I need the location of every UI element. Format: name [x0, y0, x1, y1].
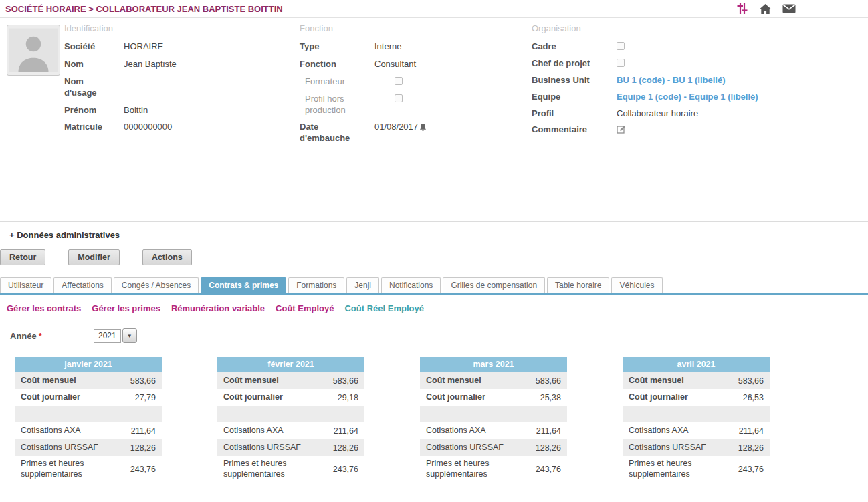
field-row: Business Unit BU 1 (code) - BU 1 (libell… [532, 75, 846, 86]
month-header: février 2021 [217, 357, 364, 372]
month-card-fevrier-2021: février 2021Coût mensuel583,66Coût journ… [217, 357, 364, 482]
donnees-administratives-toggle[interactable]: + Données administratives [0, 221, 868, 240]
field-label: Prénom [64, 105, 107, 116]
month-row-label: Coût mensuel [426, 376, 481, 386]
month-row-value: 211,64 [739, 426, 764, 436]
month-card-janvier-2021: janvier 2021Coût mensuel583,66Coût journ… [15, 357, 162, 482]
month-row-label: Coût journalier [426, 392, 485, 403]
breadcrumb: SOCIÉTÉ HORAIRE > COLLABORATEUR JEAN BAP… [5, 4, 283, 14]
identification-section: Identification SociétéHORAIRENomJean Bap… [64, 23, 292, 139]
year-select[interactable]: 2021 ▼ [94, 328, 137, 343]
field-row: Matricule0000000000 [64, 122, 292, 133]
profil-value: Collaborateur horaire [617, 108, 698, 120]
tab-table-horaire[interactable]: Table horaire [547, 277, 609, 293]
field-value: Boittin [124, 105, 148, 116]
month-row-label: Primes et heures supplémentaires [223, 459, 324, 479]
tab-conges-absences[interactable]: Congés / Absences [114, 277, 199, 293]
month-row-value: 26,53 [743, 393, 764, 402]
subnav-cout-reel-employe[interactable]: Coût Réel Employé [344, 303, 423, 313]
tab-formations[interactable]: Formations [288, 277, 344, 293]
person-silhouette-icon [9, 27, 58, 73]
month-row-label: Coût mensuel [223, 376, 279, 386]
month-row-value: 128,26 [333, 443, 358, 453]
cadre-checkbox[interactable] [617, 42, 625, 50]
field-row: Type Interne [300, 41, 524, 53]
fonction-label: Fonction [300, 59, 369, 70]
month-row: Cotisations URSSAF128,26 [217, 439, 364, 456]
field-label: Société [64, 41, 107, 53]
field-label: Nom [64, 59, 107, 70]
month-row: Primes et heures supplémentaires243,76 [15, 456, 162, 482]
month-row-value: 243,76 [536, 465, 561, 474]
month-row-value: 25,38 [540, 393, 561, 402]
avatar [7, 25, 60, 76]
field-row: Commentaire [532, 124, 846, 136]
retour-button[interactable]: Retour [0, 249, 45, 265]
field-row: Cadre [532, 41, 846, 53]
month-row: Cotisations AXA211,64 [15, 422, 162, 439]
formateur-checkbox[interactable] [395, 77, 403, 85]
month-row-label: Cotisations AXA [223, 426, 284, 436]
month-row [15, 406, 162, 422]
field-row: Formateur [300, 76, 524, 88]
section-title-identification: Identification [64, 23, 292, 33]
month-row: Primes et heures supplémentaires243,76 [623, 456, 770, 482]
month-row-value: 583,66 [738, 376, 764, 386]
profil-hors-production-checkbox[interactable] [395, 94, 403, 102]
field-label: Matricule [64, 122, 107, 133]
business-unit-link[interactable]: BU 1 (code) - BU 1 (libellé) [617, 75, 726, 86]
modifier-button[interactable]: Modifier [68, 249, 120, 265]
section-title-organisation: Organisation [532, 23, 846, 33]
month-row-value: 243,76 [130, 465, 156, 474]
field-row: Chef de projet [532, 58, 846, 70]
tab-affectations[interactable]: Affectations [53, 277, 111, 293]
month-row-label: Coût journalier [629, 392, 688, 403]
compare-filter-icon[interactable] [736, 3, 748, 15]
field-value: Jean Baptiste [124, 59, 177, 70]
tab-contrats-primes[interactable]: Contrats & primes [201, 277, 286, 293]
month-row: Cotisations URSSAF128,26 [420, 439, 567, 456]
month-row-label: Cotisations URSSAF [426, 443, 504, 453]
month-row-value: 211,64 [536, 426, 561, 436]
month-row-label: Coût mensuel [21, 376, 76, 386]
tab-vehicules[interactable]: Véhicules [611, 277, 662, 293]
month-row-value: 211,64 [334, 426, 358, 436]
month-row: Coût mensuel583,66 [217, 372, 364, 389]
tab-jenji[interactable]: Jenji [346, 277, 379, 293]
month-row: Coût journalier29,18 [217, 389, 364, 406]
home-icon[interactable] [759, 3, 772, 15]
bell-icon[interactable] [419, 123, 427, 132]
month-row-value: 243,76 [333, 465, 358, 474]
mail-icon[interactable] [782, 4, 796, 13]
tab-notifications[interactable]: Notifications [381, 277, 441, 293]
field-value: 0000000000 [124, 122, 172, 133]
month-row-label: Cotisations URSSAF [223, 443, 301, 453]
field-row: NomJean Baptiste [64, 59, 292, 70]
fonction-value: Consultant [374, 59, 416, 70]
chef-de-projet-checkbox[interactable] [617, 59, 625, 67]
month-row [420, 406, 567, 422]
equipe-link[interactable]: Equipe 1 (code) - Equipe 1 (libellé) [617, 92, 758, 103]
field-row: Nom d'usage [64, 76, 292, 99]
tab-grilles-de-compensation[interactable]: Grilles de compensation [443, 277, 545, 293]
month-row: Cotisations AXA211,64 [420, 422, 567, 439]
tab-utilisateur[interactable]: Utilisateur [0, 277, 51, 293]
subnav-remuneration-variable[interactable]: Rémunération variable [171, 303, 265, 313]
month-row-value: 128,26 [536, 443, 561, 453]
month-row-label: Primes et heures supplémentaires [426, 459, 526, 479]
field-row: Fonction Consultant [300, 59, 524, 70]
actions-button[interactable]: Actions [142, 249, 192, 265]
required-marker: * [39, 331, 42, 341]
month-row-value: 583,66 [536, 376, 561, 386]
month-row [217, 406, 364, 422]
monthly-cost-cards: janvier 2021Coût mensuel583,66Coût journ… [0, 357, 868, 482]
edit-comment-icon[interactable] [617, 124, 627, 134]
month-row-label: Cotisations URSSAF [629, 443, 706, 453]
year-dropdown-button[interactable]: ▼ [122, 328, 137, 343]
tab-bar: UtilisateurAffectationsCongés / Absences… [0, 277, 868, 295]
month-row-label: Coût journalier [223, 392, 283, 403]
year-select-value[interactable]: 2021 [94, 329, 121, 343]
subnav-gerer-les-primes[interactable]: Gérer les primes [92, 303, 160, 313]
subnav-cout-employe[interactable]: Coût Employé [276, 303, 334, 313]
subnav-gerer-les-contrats[interactable]: Gérer les contrats [7, 303, 81, 313]
